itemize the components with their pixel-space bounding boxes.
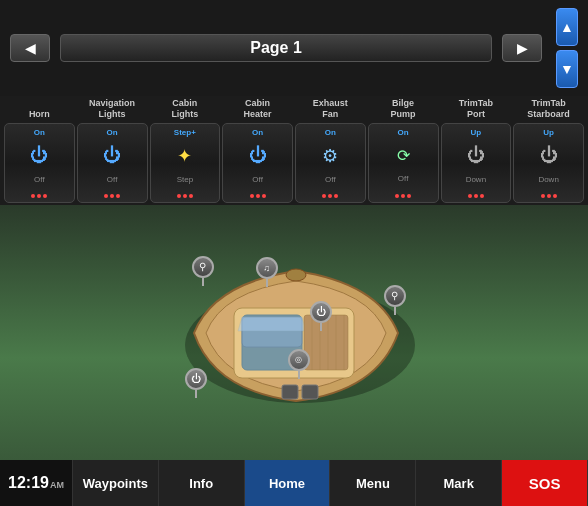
- switch-exhaust-fan-label: ExhaustFan: [313, 98, 348, 120]
- time-value: 12:19: [8, 474, 49, 492]
- top-navigation: ◀ Page 1 ▶ ▲ ▼: [0, 0, 588, 96]
- pin-5-tail: [298, 371, 300, 379]
- switch-horn-button[interactable]: On ⏻ Off: [4, 123, 75, 203]
- next-page-button[interactable]: ▶: [502, 34, 542, 62]
- switch-nav-lights-dots: [104, 194, 120, 198]
- sos-button[interactable]: SOS: [502, 460, 588, 506]
- pin-3-circle: ⏻: [310, 301, 332, 323]
- marker-pin-4[interactable]: ⚲: [384, 285, 406, 315]
- switch-bilge-pump-dots: [395, 194, 411, 198]
- pin-3-tail: [320, 323, 322, 331]
- pin-1-tail: [202, 278, 204, 286]
- switch-trimtab-port-button[interactable]: Up ⏻ Down: [441, 123, 512, 203]
- switch-bilge-pump-on: On: [398, 128, 409, 137]
- switch-cabin-lights-icon: ✦: [177, 145, 192, 167]
- switch-cabin-heater-icon: ⏻: [249, 145, 267, 166]
- switch-nav-lights: NavigationLights On ⏻ Off: [77, 98, 148, 203]
- switches-area: Horn On ⏻ Off NavigationLights On ⏻ Off …: [0, 96, 588, 205]
- switch-cabin-lights-off: Step: [177, 175, 193, 184]
- switch-exhaust-fan-button[interactable]: On ⚙ Off: [295, 123, 366, 203]
- switch-cabin-heater-off: Off: [252, 175, 263, 184]
- switch-exhaust-fan-dots: [322, 194, 338, 198]
- switch-cabin-heater: CabinHeater On ⏻ Off: [222, 98, 293, 203]
- time-ampm: AM: [50, 480, 64, 490]
- switch-trimtab-starboard-on: Up: [543, 128, 554, 137]
- switch-bilge-pump-off: Off: [398, 174, 409, 183]
- switch-trimtab-starboard: TrimTabStarboard Up ⏻ Down: [513, 98, 584, 203]
- home-button[interactable]: Home: [245, 460, 331, 506]
- boat-view-area: ⚲ ♫ ⏻ ⚲ ◎ ⏻: [0, 205, 588, 460]
- switch-exhaust-fan: ExhaustFan On ⚙ Off: [295, 98, 366, 203]
- switch-nav-lights-off: Off: [107, 175, 118, 184]
- svg-point-12: [286, 269, 306, 281]
- pin-2-circle: ♫: [256, 257, 278, 279]
- pin-1-circle: ⚲: [192, 256, 214, 278]
- scroll-down-button[interactable]: ▼: [556, 50, 578, 88]
- switch-exhaust-fan-on: On: [325, 128, 336, 137]
- switch-cabin-lights: CabinLights Step+ ✦ Step: [150, 98, 221, 203]
- switch-trimtab-port-icon: ⏻: [467, 145, 485, 166]
- switch-bilge-pump: BilgePump On ⟳ Off: [368, 98, 439, 203]
- switch-trimtab-port-dots: [468, 194, 484, 198]
- switch-cabin-lights-button[interactable]: Step+ ✦ Step: [150, 123, 221, 203]
- switch-trimtab-port-label: TrimTabPort: [459, 98, 493, 120]
- pin-4-circle: ⚲: [384, 285, 406, 307]
- switch-trimtab-starboard-off: Down: [538, 175, 558, 184]
- switch-horn: Horn On ⏻ Off: [4, 98, 75, 203]
- pin-4-tail: [394, 307, 396, 315]
- switch-cabin-lights-on: Step+: [174, 128, 196, 137]
- switch-horn-on: On: [34, 128, 45, 137]
- switch-trimtab-port-off: Down: [466, 175, 486, 184]
- pin-6-circle: ⏻: [185, 368, 207, 390]
- switch-nav-lights-button[interactable]: On ⏻ Off: [77, 123, 148, 203]
- mark-button[interactable]: Mark: [416, 460, 502, 506]
- switch-horn-label: Horn: [29, 98, 50, 120]
- marker-pin-2[interactable]: ♫: [256, 257, 278, 287]
- scroll-up-button[interactable]: ▲: [556, 8, 578, 46]
- waypoints-button[interactable]: Waypoints: [73, 460, 159, 506]
- time-display: 12:19 AM: [0, 460, 73, 506]
- switch-exhaust-fan-off: Off: [325, 175, 336, 184]
- marker-pin-1[interactable]: ⚲: [192, 256, 214, 286]
- switch-trimtab-starboard-label: TrimTabStarboard: [527, 98, 570, 120]
- marker-pin-3[interactable]: ⏻: [310, 301, 332, 331]
- switch-bilge-pump-icon: ⟳: [397, 146, 410, 165]
- bottom-navigation: 12:19 AM Waypoints Info Home Menu Mark S…: [0, 460, 588, 506]
- marker-pin-6[interactable]: ⏻: [185, 368, 207, 398]
- switch-cabin-lights-label: CabinLights: [171, 98, 198, 120]
- switch-trimtab-starboard-icon: ⏻: [540, 145, 558, 166]
- boat-diagram: ⚲ ♫ ⏻ ⚲ ◎ ⏻: [134, 253, 454, 413]
- info-button[interactable]: Info: [159, 460, 245, 506]
- switch-nav-lights-icon: ⏻: [103, 145, 121, 166]
- switch-bilge-pump-button[interactable]: On ⟳ Off: [368, 123, 439, 203]
- switch-trimtab-starboard-button[interactable]: Up ⏻ Down: [513, 123, 584, 203]
- svg-rect-11: [302, 385, 318, 399]
- page-title: Page 1: [60, 34, 492, 62]
- switch-trimtab-port: TrimTabPort Up ⏻ Down: [441, 98, 512, 203]
- marker-pin-5[interactable]: ◎: [288, 349, 310, 379]
- svg-rect-10: [282, 385, 298, 399]
- switch-trimtab-port-on: Up: [471, 128, 482, 137]
- switch-cabin-heater-label: CabinHeater: [244, 98, 272, 120]
- menu-button[interactable]: Menu: [330, 460, 416, 506]
- switch-nav-lights-on: On: [107, 128, 118, 137]
- switch-nav-lights-label: NavigationLights: [89, 98, 135, 120]
- switch-cabin-heater-button[interactable]: On ⏻ Off: [222, 123, 293, 203]
- pin-5-circle: ◎: [288, 349, 310, 371]
- switch-cabin-lights-dots: [177, 194, 193, 198]
- switch-horn-off: Off: [34, 175, 45, 184]
- switch-cabin-heater-dots: [250, 194, 266, 198]
- pin-6-tail: [195, 390, 197, 398]
- switch-horn-icon: ⏻: [30, 145, 48, 166]
- switch-exhaust-fan-icon: ⚙: [322, 145, 338, 167]
- prev-page-button[interactable]: ◀: [10, 34, 50, 62]
- switch-horn-dots: [31, 194, 47, 198]
- switch-cabin-heater-on: On: [252, 128, 263, 137]
- switch-trimtab-starboard-dots: [541, 194, 557, 198]
- pin-2-tail: [266, 279, 268, 287]
- switch-bilge-pump-label: BilgePump: [391, 98, 416, 120]
